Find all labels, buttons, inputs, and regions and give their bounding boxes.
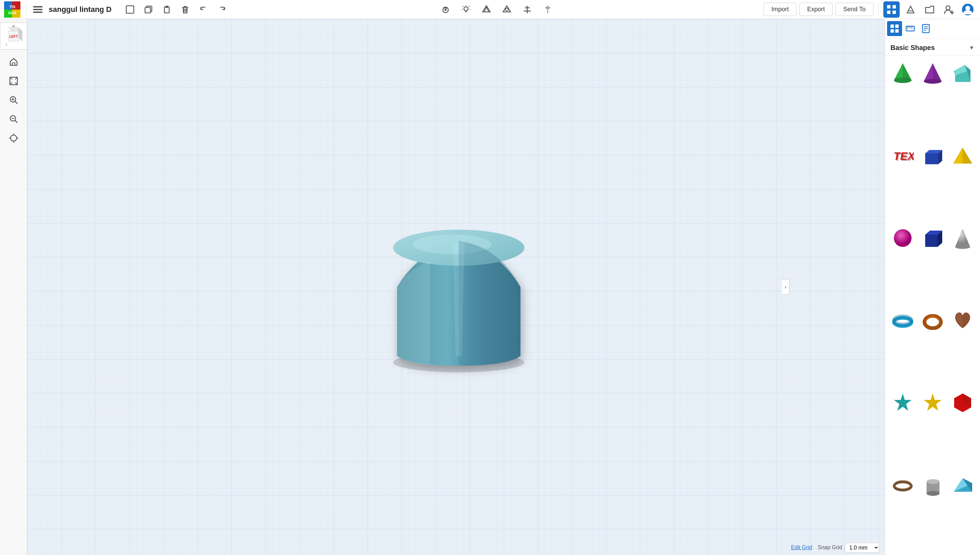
snap-value-select[interactable]: 1.0 mm 0.1 mm 0.25 mm 0.5 mm 2.0 mm 5.0 … <box>845 543 879 553</box>
import-button[interactable]: Import <box>763 3 797 16</box>
select-button[interactable] <box>499 2 515 18</box>
shape-item-roof[interactable] <box>949 60 976 87</box>
svg-point-98 <box>955 245 970 249</box>
fit-screen-button[interactable] <box>5 73 22 89</box>
new-button[interactable] <box>122 2 138 18</box>
shape-item-star-gold[interactable] <box>919 389 946 416</box>
menu-icon[interactable] <box>32 3 44 16</box>
svg-marker-45 <box>19 27 22 41</box>
canvas-area[interactable]: Edit Grid Snap Grid 1.0 mm 0.1 mm 0.25 m… <box>27 19 885 555</box>
svg-rect-8 <box>33 11 43 13</box>
svg-point-101 <box>925 316 941 328</box>
shape-item-yellow-pyramid[interactable] <box>949 142 976 169</box>
svg-rect-35 <box>893 11 896 14</box>
svg-line-18 <box>469 6 470 7</box>
shape-item-star-teal[interactable] <box>889 389 916 416</box>
main-area: LEFT ↑ <box>0 19 980 555</box>
camera-button[interactable] <box>438 2 454 18</box>
svg-rect-66 <box>895 24 899 28</box>
light-button[interactable] <box>458 2 474 18</box>
svg-point-110 <box>927 479 940 484</box>
svg-rect-27 <box>525 7 529 8</box>
copy-button[interactable] <box>140 2 156 18</box>
delete-button[interactable] <box>177 2 193 18</box>
shape-item-cylinder[interactable] <box>919 472 946 499</box>
shape-item-torus[interactable] <box>889 307 916 334</box>
panel-collapse-arrow[interactable]: › <box>782 279 789 295</box>
svg-line-51 <box>15 101 18 104</box>
redo-button[interactable] <box>214 2 230 18</box>
3d-model <box>368 195 545 379</box>
svg-line-20 <box>463 6 463 7</box>
zoom-in-button[interactable] <box>5 92 22 108</box>
snap-grid-control: Snap Grid 1.0 mm 0.1 mm 0.25 mm 0.5 mm 2… <box>817 543 879 553</box>
svg-rect-11 <box>145 8 150 13</box>
svg-rect-34 <box>887 11 890 14</box>
shape-item-pyramid[interactable] <box>919 60 946 87</box>
svg-rect-9 <box>126 6 134 13</box>
svg-rect-7 <box>33 9 43 10</box>
shape-item-torus2[interactable] <box>919 307 946 334</box>
shape-item-box[interactable] <box>919 142 946 169</box>
undo-button[interactable] <box>195 2 212 18</box>
svg-rect-32 <box>887 5 890 8</box>
perspective-button[interactable] <box>903 2 919 18</box>
view-cube[interactable]: LEFT ↑ <box>0 22 27 50</box>
left-sidebar: LEFT ↑ <box>0 19 27 555</box>
shape-item-grey-cone[interactable] <box>949 225 976 252</box>
svg-rect-28 <box>524 10 531 12</box>
shape-item-cone[interactable] <box>889 60 916 87</box>
svg-marker-97 <box>955 229 970 247</box>
right-panel: Basic Shapes ▾ <box>885 19 980 555</box>
add-user-button[interactable] <box>940 2 957 18</box>
right-panel-top-icons <box>885 19 980 38</box>
edit-grid-label[interactable]: Edit Grid <box>791 544 812 550</box>
shapes-title: Basic Shapes <box>890 44 935 52</box>
sendto-button[interactable]: Send To <box>835 3 874 16</box>
shape-item-hexagon[interactable] <box>949 389 976 416</box>
zoom-out-button[interactable] <box>5 111 22 127</box>
shape-item-sphere[interactable] <box>889 225 916 252</box>
model-container <box>27 19 885 555</box>
shape-item-heart[interactable] <box>949 307 976 334</box>
shape-item-prism[interactable] <box>949 472 976 499</box>
shape-item-cube[interactable] <box>919 225 946 252</box>
profile-button[interactable] <box>959 2 976 18</box>
shapes-grid: TEXT TEXT <box>885 56 980 555</box>
shapes-panel-title: Basic Shapes ▾ <box>885 38 980 56</box>
panel-notes-button[interactable] <box>918 21 933 36</box>
svg-point-42 <box>966 6 970 11</box>
svg-point-15 <box>444 9 447 11</box>
top-bar: TIN KER sanggul lintang D <box>0 0 980 19</box>
export-button[interactable]: Export <box>799 3 833 16</box>
svg-point-111 <box>927 491 940 496</box>
svg-rect-94 <box>925 235 937 247</box>
mirror-button[interactable] <box>539 2 556 18</box>
folder-button[interactable] <box>922 2 938 18</box>
panel-ruler-button[interactable] <box>903 21 918 36</box>
grid-view-button[interactable] <box>883 2 900 18</box>
svg-rect-67 <box>890 29 894 33</box>
svg-rect-68 <box>895 29 899 33</box>
svg-rect-88 <box>925 153 938 164</box>
svg-point-38 <box>946 6 950 10</box>
panel-grid-button[interactable] <box>887 21 902 36</box>
shape-item-ring[interactable] <box>889 472 916 499</box>
paste-button[interactable] <box>159 2 175 18</box>
app-logo: TIN KER <box>4 2 21 18</box>
svg-point-57 <box>11 135 17 141</box>
svg-marker-79 <box>903 63 912 80</box>
home-tool-button[interactable] <box>5 54 22 70</box>
snap-grid-label: Snap Grid <box>817 544 842 550</box>
toolbar-right: Import Export Send To <box>763 2 976 18</box>
align-button[interactable] <box>519 2 536 18</box>
transform-button[interactable] <box>5 130 22 146</box>
svg-marker-92 <box>962 148 972 164</box>
shape-item-text3d[interactable]: TEXT TEXT <box>889 142 916 169</box>
view-button[interactable] <box>478 2 495 18</box>
shapes-dropdown-button[interactable]: ▾ <box>969 43 975 53</box>
svg-text:↑: ↑ <box>5 42 8 47</box>
svg-point-93 <box>894 229 912 247</box>
svg-text:LEFT: LEFT <box>9 35 18 38</box>
toolbar-left <box>122 2 230 18</box>
